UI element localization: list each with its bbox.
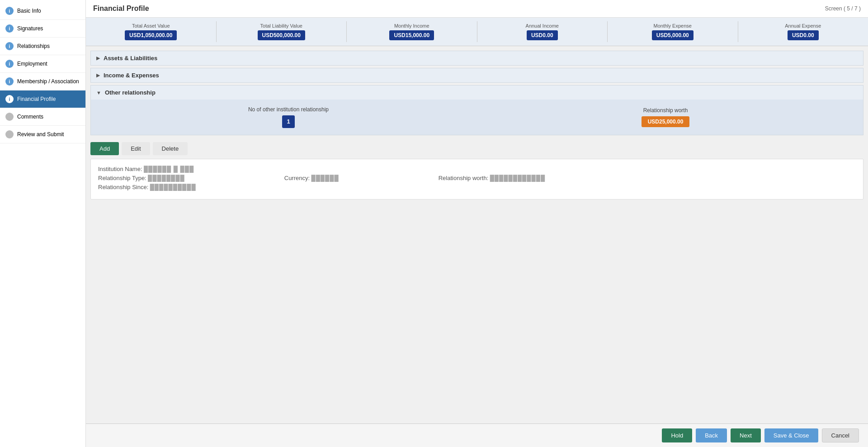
institution-name-value: ██████ █ ███	[144, 166, 194, 172]
summary-annual-income: Annual Income USD0.00	[477, 21, 608, 42]
page-title: Financial Profile	[93, 5, 149, 13]
summary-monthly-expense-label: Monthly Expense	[611, 23, 734, 29]
sidebar-icon-relationships: i	[5, 42, 14, 50]
summary-total-liability-label: Total Liability Value	[220, 23, 343, 29]
sidebar-icon-membership: i	[5, 77, 14, 86]
content-header: Financial Profile Screen ( 5 / 7 )	[86, 0, 868, 18]
summary-monthly-expense: Monthly Expense USD5,000.00	[608, 21, 738, 42]
sidebar-item-review-submit[interactable]: Review and Submit	[0, 126, 85, 143]
sidebar-item-relationships[interactable]: i Relationships	[0, 38, 85, 55]
sidebar-item-employment[interactable]: i Employment	[0, 55, 85, 73]
sidebar-icon-basic-info: i	[5, 7, 14, 15]
summary-monthly-income: Monthly Income USD15,000.00	[347, 21, 477, 42]
summary-annual-expense-label: Annual Expense	[742, 23, 865, 29]
delete-button[interactable]: Delete	[153, 142, 188, 155]
other-rel-count-label: No of other institution relationship	[100, 106, 477, 113]
summary-annual-income-value: USD0.00	[527, 30, 558, 40]
sidebar-item-comments[interactable]: Comments	[0, 108, 85, 126]
summary-total-liability-value: USD500,000.00	[258, 30, 305, 40]
back-button[interactable]: Back	[696, 428, 727, 442]
sidebar: i Basic Info i Signatures i Relationship…	[0, 0, 86, 447]
other-relationship-section: ▼ Other relationship No of other institu…	[90, 85, 863, 135]
sidebar-label-basic-info: Basic Info	[17, 8, 41, 14]
record-row-2: Relationship Type: ████████ Currency: ██…	[98, 175, 856, 181]
record-card: Institution Name: ██████ █ ███ Relations…	[90, 159, 863, 200]
income-expenses-section-header[interactable]: ▶ Income & Expenses	[90, 68, 863, 83]
sidebar-item-signatures[interactable]: i Signatures	[0, 20, 85, 38]
currency-label: Currency:	[284, 175, 310, 181]
cancel-button[interactable]: Cancel	[822, 428, 859, 442]
sidebar-icon-comments	[5, 113, 14, 121]
other-rel-worth-value: USD25,000.00	[642, 116, 690, 127]
other-rel-count-value: 1	[282, 115, 295, 128]
summary-annual-expense: Annual Expense USD0.00	[738, 21, 868, 42]
summary-annual-income-label: Annual Income	[481, 23, 604, 29]
footer: Hold Back Next Save & Close Cancel	[86, 423, 868, 447]
summary-total-asset-value: USD1,050,000.00	[125, 30, 177, 40]
rel-worth-value: ████████████	[490, 175, 546, 181]
summary-annual-expense-value: USD0.00	[788, 30, 819, 40]
action-buttons: Add Edit Delete	[90, 138, 863, 159]
summary-bar: Total Asset Value USD1,050,000.00 Total …	[86, 18, 868, 46]
rel-worth-field: Relationship worth: ████████████	[439, 175, 545, 181]
sidebar-item-basic-info[interactable]: i Basic Info	[0, 2, 85, 20]
next-button[interactable]: Next	[731, 428, 761, 442]
assets-liabilities-section-header[interactable]: ▶ Assets & Liabilities	[90, 51, 863, 66]
other-rel-worth-label: Relationship worth	[477, 107, 854, 114]
relationship-type-label: Relationship Type:	[98, 175, 146, 181]
other-relationship-title: Other relationship	[105, 89, 156, 96]
relationship-type-field: Relationship Type: ████████	[98, 175, 185, 181]
sidebar-item-membership-association[interactable]: i Membership / Association	[0, 73, 85, 90]
relationship-since-value: ██████████	[150, 184, 196, 190]
other-relationship-summary: No of other institution relationship 1 R…	[91, 100, 863, 135]
sidebar-icon-financial-profile: i	[5, 95, 14, 103]
record-row-3: Relationship Since: ██████████	[98, 184, 856, 190]
institution-name-label: Institution Name:	[98, 166, 142, 172]
sidebar-label-relationships: Relationships	[17, 43, 50, 49]
income-expenses-title: Income & Expenses	[104, 72, 159, 79]
summary-monthly-expense-value: USD5,000.00	[652, 30, 693, 40]
sidebar-icon-review-submit	[5, 130, 14, 138]
other-rel-count-col: No of other institution relationship 1	[100, 106, 477, 128]
sidebar-label-signatures: Signatures	[17, 25, 43, 32]
summary-monthly-income-value: USD15,000.00	[389, 30, 434, 40]
currency-field: Currency: ██████	[284, 175, 339, 181]
other-rel-worth-col: Relationship worth USD25,000.00	[477, 107, 854, 127]
add-button[interactable]: Add	[90, 142, 119, 155]
sidebar-icon-signatures: i	[5, 24, 14, 33]
other-relationship-arrow-icon: ▼	[96, 90, 101, 95]
sidebar-item-financial-profile[interactable]: i Financial Profile	[0, 90, 85, 108]
sidebar-label-employment: Employment	[17, 61, 47, 67]
assets-liabilities-arrow-icon: ▶	[96, 55, 100, 61]
relationship-type-value: ████████	[148, 175, 185, 181]
relationship-since-label: Relationship Since:	[98, 184, 148, 190]
sidebar-label-review-submit: Review and Submit	[17, 131, 64, 138]
hold-button[interactable]: Hold	[662, 428, 692, 442]
save-close-button[interactable]: Save & Close	[764, 428, 818, 442]
sidebar-label-membership: Membership / Association	[17, 78, 79, 85]
currency-value: ██████	[311, 175, 339, 181]
sidebar-label-financial-profile: Financial Profile	[17, 96, 56, 102]
institution-name-field: Institution Name: ██████ █ ███	[98, 166, 194, 172]
edit-button[interactable]: Edit	[122, 142, 150, 155]
income-expenses-arrow-icon: ▶	[96, 72, 100, 78]
summary-total-asset-label: Total Asset Value	[90, 23, 212, 29]
relationship-since-field: Relationship Since: ██████████	[98, 184, 196, 190]
rel-worth-label: Relationship worth:	[439, 175, 489, 181]
summary-total-asset: Total Asset Value USD1,050,000.00	[86, 21, 217, 42]
sidebar-icon-employment: i	[5, 60, 14, 68]
screen-info: Screen ( 5 / 7 )	[825, 5, 861, 12]
assets-liabilities-title: Assets & Liabilities	[104, 55, 157, 62]
other-relationship-header[interactable]: ▼ Other relationship	[91, 86, 863, 100]
summary-total-liability: Total Liability Value USD500,000.00	[217, 21, 347, 42]
main-content: Financial Profile Screen ( 5 / 7 ) Total…	[86, 0, 868, 447]
sidebar-label-comments: Comments	[17, 114, 43, 120]
record-row-1: Institution Name: ██████ █ ███	[98, 166, 856, 172]
summary-monthly-income-label: Monthly Income	[350, 23, 473, 29]
scroll-content: ▶ Assets & Liabilities ▶ Income & Expens…	[86, 46, 868, 423]
